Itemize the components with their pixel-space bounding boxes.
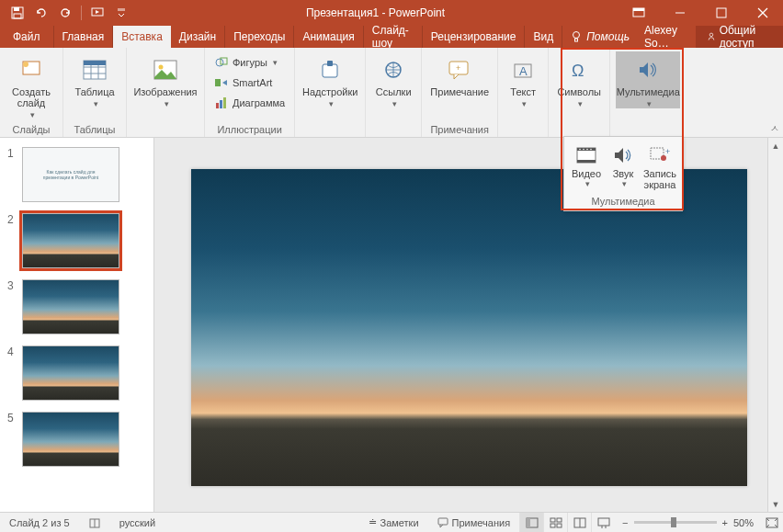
slide-thumb-3[interactable]: 3: [0, 279, 153, 345]
quick-access-toolbar: [0, 2, 133, 24]
svg-point-24: [216, 59, 223, 66]
tab-view[interactable]: Вид: [525, 26, 562, 48]
picture-icon: [151, 55, 180, 85]
notes-icon: ≐: [369, 516, 377, 528]
svg-text:Ω: Ω: [572, 62, 584, 80]
slide-canvas-area: ▲ ▼: [154, 138, 783, 512]
zoom-in-button[interactable]: +: [722, 517, 728, 528]
slide-thumb-5[interactable]: 5: [0, 412, 153, 478]
tab-design[interactable]: Дизайн: [171, 26, 225, 48]
ribbon-display-options-button[interactable]: [618, 0, 659, 26]
tab-home[interactable]: Главная: [54, 26, 114, 48]
tab-review[interactable]: Рецензирование: [423, 26, 526, 48]
share-button[interactable]: Общий доступ: [696, 26, 783, 48]
slide-thumb-2[interactable]: 2: [0, 213, 153, 279]
slide-thumbnails-panel[interactable]: 1 Как сделать слайд для презентации в Po…: [0, 138, 154, 512]
symbols-button[interactable]: Ω Символы ▾: [554, 51, 604, 108]
vertical-scrollbar[interactable]: ▲ ▼: [767, 138, 783, 512]
redo-button[interactable]: [53, 2, 77, 24]
tab-slideshow[interactable]: Слайд-шоу: [364, 26, 423, 48]
comment-icon: +: [445, 55, 474, 85]
svg-rect-8: [717, 8, 726, 17]
chevron-down-icon: ▾: [522, 99, 527, 108]
new-slide-button[interactable]: Создать слайд ▾: [6, 51, 57, 119]
svg-text:+: +: [456, 63, 460, 73]
slide-background-image: [191, 169, 747, 486]
svg-rect-21: [84, 61, 106, 65]
smartart-button[interactable]: SmartArt: [210, 74, 289, 92]
reading-view-button[interactable]: [567, 513, 591, 533]
account-user[interactable]: Alexey So…: [637, 26, 696, 48]
tab-transitions[interactable]: Переходы: [225, 26, 294, 48]
images-button[interactable]: Изображения ▾: [132, 51, 199, 108]
slide-counter[interactable]: Слайд 2 из 5: [0, 517, 79, 528]
svg-point-43: [586, 149, 588, 151]
zoom-level[interactable]: 50%: [733, 517, 754, 528]
screen-record-icon: +: [649, 144, 671, 166]
language-button[interactable]: русский: [110, 517, 165, 528]
slide-sorter-view-button[interactable]: [543, 513, 567, 533]
svg-point-11: [573, 32, 580, 39]
svg-point-44: [590, 149, 592, 151]
normal-view-button[interactable]: [519, 513, 543, 533]
start-from-beginning-button[interactable]: [85, 2, 109, 24]
links-button[interactable]: Ссылки ▾: [371, 51, 415, 108]
tab-file[interactable]: Файл: [0, 26, 54, 48]
screen-recording-button[interactable]: + Запись экрана: [641, 142, 678, 192]
qat-customize-button[interactable]: [109, 2, 133, 24]
comment-button[interactable]: + Примечание: [427, 51, 492, 97]
zoom-out-button[interactable]: −: [622, 517, 628, 528]
collapse-ribbon-button[interactable]: ㅅ: [770, 122, 779, 135]
chevron-down-icon: ▾: [585, 179, 590, 188]
shapes-button[interactable]: Фигуры ▾: [210, 53, 289, 72]
minimize-button[interactable]: [659, 0, 700, 26]
save-button[interactable]: [6, 2, 29, 24]
slideshow-view-button[interactable]: [591, 513, 615, 533]
maximize-button[interactable]: [700, 0, 742, 26]
addins-button[interactable]: Надстройки ▾: [301, 51, 359, 108]
slide-thumb-1[interactable]: 1 Как сделать слайд для презентации в Po…: [0, 147, 153, 213]
comment-icon: [437, 517, 448, 528]
zoom-slider[interactable]: [634, 521, 717, 524]
slide-thumb-4[interactable]: 4: [0, 345, 153, 412]
video-button[interactable]: Видео ▾: [568, 142, 605, 192]
chart-button[interactable]: Диаграмма: [210, 94, 289, 112]
svg-rect-26: [215, 79, 221, 86]
scroll-down-button[interactable]: ▼: [768, 496, 783, 512]
svg-rect-2: [14, 14, 21, 18]
notes-button[interactable]: ≐ Заметки: [359, 516, 428, 528]
speaker-icon: [633, 55, 663, 85]
slide-canvas[interactable]: [191, 169, 747, 486]
close-button[interactable]: [742, 0, 783, 26]
tab-animations[interactable]: Анимация: [294, 26, 363, 48]
titlebar: Презентация1 - PowerPoint: [0, 0, 783, 26]
svg-rect-52: [527, 518, 530, 527]
group-illustrations: Фигуры ▾ SmartArt Диаграмма Иллюстрации: [205, 48, 295, 137]
lightbulb-icon: [570, 30, 583, 43]
undo-button[interactable]: [29, 2, 53, 24]
tell-me-search[interactable]: Помощь: [562, 26, 637, 48]
chevron-down-icon: ▾: [94, 99, 98, 108]
shapes-icon: [214, 55, 229, 70]
spellcheck-button[interactable]: [79, 516, 110, 529]
chevron-down-icon: ▾: [392, 99, 397, 108]
chevron-down-icon: ▾: [578, 99, 583, 108]
table-icon: [80, 55, 109, 85]
audio-button[interactable]: Звук ▾: [605, 142, 641, 192]
comments-button[interactable]: Примечания: [428, 517, 520, 528]
group-text: A Текст ▾: [498, 48, 549, 137]
speaker-icon: [612, 144, 634, 166]
table-button[interactable]: Таблица ▾: [69, 51, 120, 108]
svg-rect-54: [557, 518, 562, 522]
group-slides: Создать слайд ▾ Слайды: [0, 48, 63, 137]
addins-icon: [315, 55, 345, 85]
svg-rect-50: [438, 518, 448, 525]
tab-insert[interactable]: Вставка: [113, 26, 171, 48]
scroll-up-button[interactable]: ▲: [768, 138, 783, 153]
text-button[interactable]: A Текст ▾: [504, 51, 542, 108]
multimedia-button[interactable]: Мультимедиа ▾: [616, 51, 680, 108]
chart-icon: [214, 96, 229, 110]
svg-rect-40: [577, 160, 596, 163]
fit-to-window-button[interactable]: [761, 517, 783, 528]
svg-rect-28: [220, 100, 222, 108]
